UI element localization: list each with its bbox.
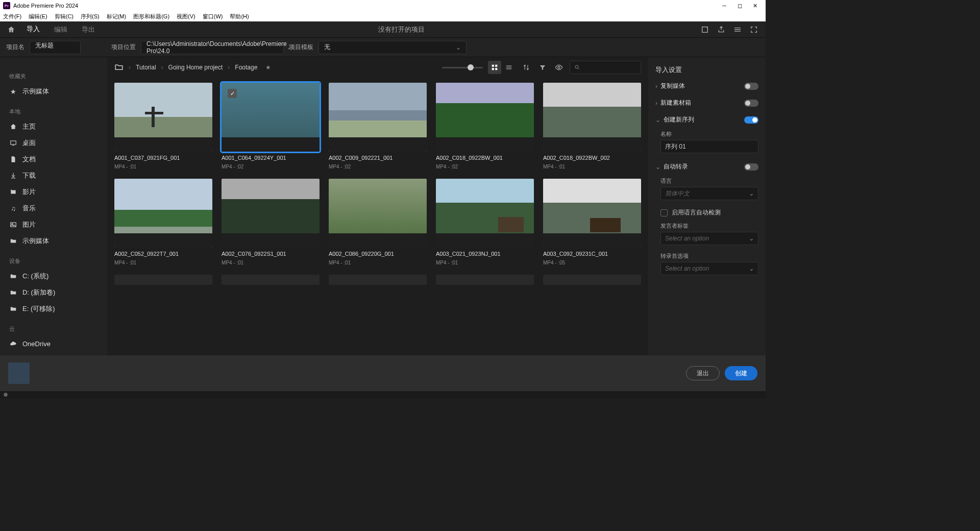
media-card[interactable] [114,275,212,285]
media-thumbnail[interactable]: ✓ [222,83,320,152]
sort-icon[interactable] [521,62,532,73]
minimize-icon[interactable]: ─ [717,3,732,9]
media-thumbnail[interactable] [543,275,641,285]
language-select[interactable]: 简体中文⌄ [660,187,758,200]
media-card[interactable]: A003_C092_09231C_001MP4 - :05 [543,179,641,266]
media-thumbnail[interactable] [329,83,427,152]
sidebar-item-movies[interactable]: 影片 [0,184,107,200]
menu-window[interactable]: 窗口(W) [203,13,223,20]
setting-copy-media[interactable]: ›复制媒体 [648,78,766,94]
auto-detect-checkbox-row[interactable]: 启用语言自动检测 [648,205,766,220]
media-meta: MP4 - :02 [436,164,534,170]
media-card[interactable]: A002_C076_0922S1_001MP4 - :01 [222,179,320,266]
setting-new-sequence[interactable]: ⌄创建新序列 [648,111,766,128]
grid-view-button[interactable] [488,61,501,74]
eye-icon[interactable] [553,62,565,73]
menu-sequence[interactable]: 序列(S) [81,13,100,20]
setting-auto-transcribe[interactable]: ⌄自动转录 [648,158,766,175]
media-card[interactable]: A001_C037_0921FG_001MP4 - :01 [114,83,212,170]
media-card[interactable]: A003_C021_0923NJ_001MP4 - :01 [436,179,534,266]
tab-export[interactable]: 导出 [75,21,102,38]
media-card[interactable]: A002_C052_0922T7_001MP4 - :01 [114,179,212,266]
media-thumbnail[interactable] [436,275,534,285]
breadcrumb-item[interactable]: Footage [235,64,257,71]
close-icon[interactable]: ✕ [747,3,763,9]
media-thumbnail[interactable] [114,83,212,152]
media-card[interactable]: A002_C018_0922BW_001MP4 - :02 [436,83,534,170]
checkmark-icon[interactable]: ✓ [228,89,237,98]
new-bin-toggle[interactable] [744,100,758,107]
fullscreen-icon[interactable] [749,25,758,34]
thumbnail-size-slider[interactable] [442,67,483,68]
project-name-input[interactable]: 无标题 [30,41,81,54]
sidebar-item-drive-e[interactable]: E: (可移除) [0,301,107,317]
menu-help[interactable]: 帮助(H) [230,13,249,20]
media-card[interactable] [543,275,641,285]
tab-import[interactable]: 导入 [19,20,47,39]
transcribe-pref-select[interactable]: Select an option⌄ [660,262,758,275]
speaker-select[interactable]: Select an option⌄ [660,232,758,245]
sidebar-item-onedrive[interactable]: OneDrive [0,336,107,351]
selected-thumbnail[interactable] [8,363,30,384]
project-template-select[interactable]: 无⌄ [318,41,467,54]
sidebar-item-sample-folder[interactable]: 示例媒体 [0,233,107,249]
sidebar-item-music[interactable]: ♫音乐 [0,200,107,216]
create-button[interactable]: 创建 [725,366,757,380]
media-card[interactable]: A002_C009_092221_001MP4 - :02 [329,83,427,170]
search-input[interactable] [570,61,641,74]
sidebar-item-label: C: (系统) [22,272,48,281]
menu-graphics[interactable]: 图形和标题(G) [133,13,169,20]
sidebar-item-sample-media[interactable]: ★示例媒体 [0,83,107,100]
sidebar-item-drive-d[interactable]: D: (新加卷) [0,284,107,301]
media-card[interactable] [436,275,534,285]
auto-transcribe-toggle[interactable] [744,163,758,171]
setting-new-bin[interactable]: ›新建素材箱 [648,94,766,111]
home-icon [9,123,17,131]
sidebar-item-home[interactable]: 主页 [0,118,107,135]
media-thumbnail[interactable] [222,275,320,285]
quick-export-icon[interactable] [700,25,709,34]
menu-markers[interactable]: 标记(M) [107,13,127,20]
breadcrumb-item[interactable]: Going Home project [168,64,223,71]
media-card[interactable] [222,275,320,285]
filter-icon[interactable] [537,62,548,73]
copy-media-toggle[interactable] [744,83,758,90]
media-thumbnail[interactable] [436,83,534,152]
list-view-button[interactable] [502,61,516,74]
exit-button[interactable]: 退出 [686,366,720,380]
new-sequence-toggle[interactable] [744,116,758,124]
media-card[interactable]: A002_C018_0922BW_002MP4 - :01 [543,83,641,170]
tab-edit[interactable]: 编辑 [47,21,75,38]
menu-file[interactable]: 文件(F) [3,13,21,20]
sidebar-item-desktop[interactable]: 桌面 [0,135,107,151]
home-icon[interactable] [6,25,16,35]
media-thumbnail[interactable] [114,275,212,285]
media-thumbnail[interactable] [329,275,427,285]
sidebar-item-drive-c[interactable]: C: (系统) [0,268,107,284]
menu-view[interactable]: 视图(V) [177,13,195,20]
media-thumbnail[interactable] [329,179,427,248]
media-thumbnail[interactable] [543,179,641,248]
project-location-select[interactable]: C:\Users\Administrator\Documents\Adobe\P… [141,41,284,54]
chevron-down-icon: ⌄ [655,163,660,171]
favorite-star-icon[interactable]: ★ [265,64,271,71]
breadcrumb-item[interactable]: Tutorial [136,64,156,71]
checkbox-icon[interactable] [660,209,668,216]
media-thumbnail[interactable] [436,179,534,248]
sequence-name-input[interactable] [660,140,758,153]
media-card[interactable]: ✓A001_C064_09224Y_001MP4 - :02 [222,83,320,170]
media-card[interactable]: A002_C086_09220G_001MP4 - :01 [329,179,427,266]
menu-clip[interactable]: 剪辑(C) [55,13,74,20]
media-thumbnail[interactable] [222,179,320,248]
media-thumbnail[interactable] [114,179,212,248]
sidebar-item-pictures[interactable]: 图片 [0,216,107,233]
workspace-menu-icon[interactable] [733,25,742,34]
menu-edit[interactable]: 编辑(E) [29,13,47,20]
sidebar-item-downloads[interactable]: 下载 [0,167,107,184]
media-card[interactable] [329,275,427,285]
sidebar-item-documents[interactable]: 文档 [0,151,107,167]
folder-open-icon[interactable] [114,62,124,73]
maximize-icon[interactable]: ◻ [732,3,747,9]
media-thumbnail[interactable] [543,83,641,152]
share-icon[interactable] [717,25,726,34]
